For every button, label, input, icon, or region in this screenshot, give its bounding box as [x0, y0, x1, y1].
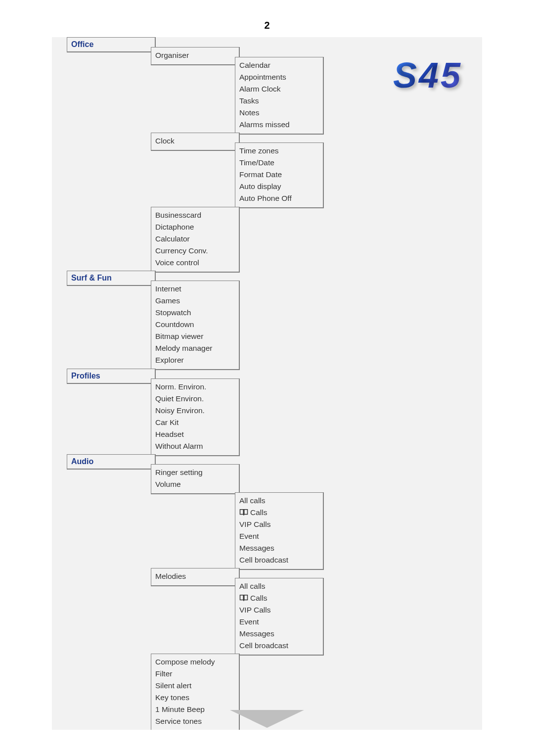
section-heading-audio: Audio: [67, 454, 156, 470]
menu-item: Quiet Environ.: [155, 393, 235, 405]
menu-item: All calls: [239, 580, 319, 592]
menu-item: Calendar: [239, 59, 319, 71]
submenu-surf-fun: Internet Games Stopwatch Countdown Bitma…: [151, 281, 240, 370]
menu-item: Cell broadcast: [239, 554, 319, 566]
submenu-clock: Time zones Time/Date Format Date Auto di…: [235, 142, 324, 208]
menu-item: Volume: [155, 478, 235, 490]
menu-item: 1 Minute Beep: [155, 704, 235, 715]
menu-item: Format Date: [239, 169, 319, 181]
menu-item: Calculator: [155, 233, 235, 245]
menu-item: Calls: [239, 592, 319, 604]
book-icon: [239, 509, 248, 516]
submenu-audio-top: Ringer setting Volume: [151, 464, 240, 494]
menu-item: Games: [155, 295, 235, 307]
menu-item: Alarm Clock: [239, 83, 319, 95]
menu-item-clock: Clock: [151, 133, 240, 151]
submenu-audio-rest: Compose melody Filter Silent alert Key t…: [151, 654, 240, 730]
menu-item: VIP Calls: [239, 604, 319, 616]
menu-item: Melody manager: [155, 342, 235, 354]
section-heading-surf-fun: Surf & Fun: [67, 271, 156, 286]
submenu-organiser: Calendar Appointments Alarm Clock Tasks …: [235, 57, 324, 135]
menu-item: Explorer: [155, 354, 235, 366]
menu-item: Appointments: [239, 71, 319, 83]
menu-item: Ringer setting: [155, 467, 235, 478]
submenu-melodies: All calls Calls VIP Calls Event Messages…: [235, 578, 324, 656]
menu-item: Businesscard: [155, 209, 235, 221]
page-number: 2: [0, 0, 534, 37]
menu-item: Alarms missed: [239, 119, 319, 131]
menu-item: Time/Date: [239, 157, 319, 169]
menu-item: Tasks: [239, 95, 319, 107]
submenu-office-rest: Businesscard Dictaphone Calculator Curre…: [151, 207, 240, 273]
menu-item: Headset: [155, 428, 235, 440]
section-heading-office: Office: [67, 37, 156, 52]
menu-item: Dictaphone: [155, 221, 235, 233]
menu-item: Event: [239, 530, 319, 542]
menu-item: Auto Phone Off: [239, 192, 319, 204]
menu-item: Silent alert: [155, 680, 235, 692]
menu-item: Time zones: [239, 145, 319, 157]
menu-item: Filter: [155, 668, 235, 680]
menu-item: VIP Calls: [239, 519, 319, 530]
menu-item: Currency Conv.: [155, 245, 235, 257]
book-icon: [239, 594, 248, 601]
menu-item: Compose melody: [155, 656, 235, 668]
menu-item: Calls: [239, 507, 319, 519]
menu-item: Messages: [239, 628, 319, 640]
menu-item: Cell broadcast: [239, 640, 319, 652]
menu-item: Bitmap viewer: [155, 331, 235, 342]
menu-item: Internet: [155, 283, 235, 295]
footer-arrow-icon: [230, 710, 304, 730]
menu-item: Noisy Environ.: [155, 405, 235, 417]
menu-item: All calls: [239, 495, 319, 507]
menu-item-melodies: Melodies: [151, 568, 240, 586]
menu-item: Auto display: [239, 181, 319, 192]
menu-item: Messages: [239, 542, 319, 554]
menu-item: Event: [239, 616, 319, 628]
menu-item: Without Alarm: [155, 440, 235, 452]
menu-item: Car Kit: [155, 417, 235, 428]
menu-item: Notes: [239, 107, 319, 119]
menu-item: Countdown: [155, 319, 235, 331]
menu-item: Service tones: [155, 715, 235, 727]
svg-marker-0: [230, 710, 304, 728]
submenu-volume: All calls Calls VIP Calls Event Messages…: [235, 492, 324, 570]
menu-item-organiser: Organiser: [151, 47, 240, 65]
submenu-profiles: Norm. Environ. Quiet Environ. Noisy Envi…: [151, 378, 240, 456]
menu-item: Voice control: [155, 257, 235, 269]
model-logo: S45: [393, 55, 462, 95]
menu-item: Key tones: [155, 692, 235, 704]
page-body: S45 Office Organiser Calendar Appointmen…: [52, 37, 482, 730]
section-heading-profiles: Profiles: [67, 369, 156, 384]
menu-item: Norm. Environ.: [155, 381, 235, 393]
menu-item: Stopwatch: [155, 307, 235, 319]
